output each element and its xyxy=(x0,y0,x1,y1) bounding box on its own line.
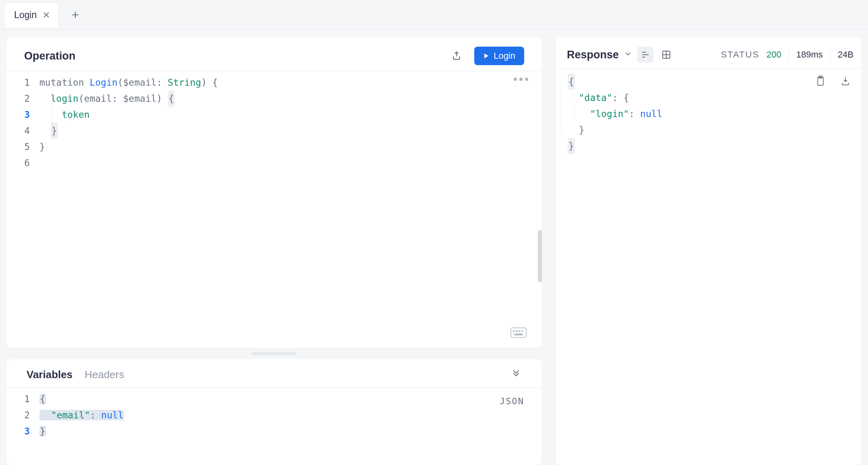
collapse-icon[interactable] xyxy=(508,366,524,383)
download-icon xyxy=(841,76,850,86)
svg-rect-7 xyxy=(818,77,823,85)
status-label: STATUS xyxy=(721,49,760,60)
tab-headers[interactable]: Headers xyxy=(85,368,124,381)
variables-panel: Variables Headers JSON 1 2 3 { "email": … xyxy=(6,359,542,465)
svg-rect-5 xyxy=(515,334,523,335)
run-button-label: Login xyxy=(494,51,515,61)
operation-panel: Operation Login xyxy=(6,37,542,348)
play-icon xyxy=(483,53,490,59)
svg-point-1 xyxy=(513,331,515,332)
svg-point-2 xyxy=(516,331,517,332)
export-button[interactable] xyxy=(448,48,465,64)
grid-icon xyxy=(661,50,671,60)
scrollbar[interactable] xyxy=(538,230,542,282)
svg-point-3 xyxy=(519,331,520,332)
download-button[interactable] xyxy=(837,73,854,89)
status-code: 200 xyxy=(767,49,781,60)
view-table-button[interactable] xyxy=(658,47,674,63)
tab-variables[interactable]: Variables xyxy=(27,368,72,381)
status-group: STATUS 200 189ms 24B xyxy=(721,48,854,61)
variables-editor[interactable]: 1 2 3 { "email": null } xyxy=(6,388,542,465)
response-body[interactable]: { "data": { "login": null } } xyxy=(556,69,862,154)
response-title: Response xyxy=(567,49,619,61)
svg-rect-0 xyxy=(511,328,526,337)
close-icon[interactable] xyxy=(42,11,50,19)
copy-button[interactable] xyxy=(812,73,829,89)
chevron-down-icon[interactable] xyxy=(624,49,632,60)
resize-handle[interactable] xyxy=(252,352,296,355)
response-time: 189ms xyxy=(796,49,823,60)
operation-title: Operation xyxy=(24,50,76,62)
response-size: 24B xyxy=(838,49,854,60)
view-json-button[interactable] xyxy=(637,47,653,63)
clipboard-icon xyxy=(816,75,825,86)
tab-label: Login xyxy=(14,10,37,21)
keyboard-shortcuts-icon[interactable] xyxy=(510,327,527,340)
export-icon xyxy=(451,51,462,61)
list-icon xyxy=(641,50,650,60)
operation-editor[interactable]: 1 2 3 4 5 6 mutation Login($email: Strin… xyxy=(6,71,542,348)
tab-login[interactable]: Login xyxy=(4,2,59,27)
response-panel: Response STATUS 200 xyxy=(556,37,862,465)
code-lines[interactable]: mutation Login($email: String) { login(e… xyxy=(39,74,542,348)
run-button[interactable]: Login xyxy=(474,47,524,65)
svg-point-4 xyxy=(522,331,523,332)
tab-bar: Login xyxy=(0,0,868,30)
add-tab-icon[interactable] xyxy=(71,10,80,19)
gutter: 1 2 3 4 5 6 xyxy=(6,74,39,348)
